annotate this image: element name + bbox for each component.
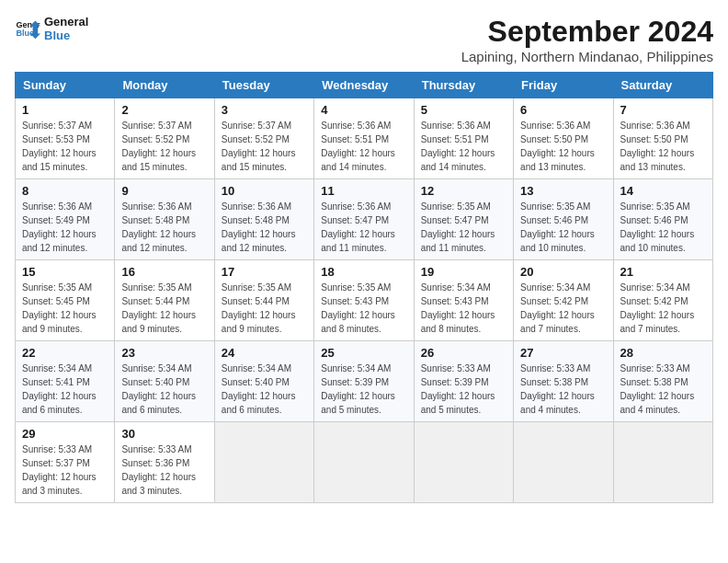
day-number: 17 xyxy=(222,265,307,279)
day-number: 28 xyxy=(620,346,706,360)
day-info: Sunrise: 5:35 AMSunset: 5:46 PMDaylight:… xyxy=(620,200,706,255)
calendar-cell: 4 Sunrise: 5:36 AMSunset: 5:51 PMDayligh… xyxy=(314,98,414,179)
day-info: Sunrise: 5:34 AMSunset: 5:40 PMDaylight:… xyxy=(222,362,307,417)
calendar-cell: 5 Sunrise: 5:36 AMSunset: 5:51 PMDayligh… xyxy=(414,98,513,179)
calendar-cell: 17 Sunrise: 5:35 AMSunset: 5:44 PMDaylig… xyxy=(214,260,313,341)
calendar-header-friday: Friday xyxy=(514,73,613,98)
day-info: Sunrise: 5:36 AMSunset: 5:47 PMDaylight:… xyxy=(321,200,406,255)
day-info: Sunrise: 5:36 AMSunset: 5:48 PMDaylight:… xyxy=(222,200,307,255)
calendar-cell: 28 Sunrise: 5:33 AMSunset: 5:38 PMDaylig… xyxy=(613,341,712,422)
day-info: Sunrise: 5:35 AMSunset: 5:44 PMDaylight:… xyxy=(222,281,307,336)
day-number: 20 xyxy=(520,265,606,279)
day-info: Sunrise: 5:37 AMSunset: 5:52 PMDaylight:… xyxy=(121,119,207,174)
day-info: Sunrise: 5:36 AMSunset: 5:50 PMDaylight:… xyxy=(520,119,606,174)
day-info: Sunrise: 5:33 AMSunset: 5:37 PMDaylight:… xyxy=(22,442,108,498)
calendar-table: SundayMondayTuesdayWednesdayThursdayFrid… xyxy=(15,72,713,503)
day-number: 21 xyxy=(620,265,706,279)
calendar-cell: 11 Sunrise: 5:36 AMSunset: 5:47 PMDaylig… xyxy=(314,179,414,260)
day-info: Sunrise: 5:34 AMSunset: 5:41 PMDaylight:… xyxy=(22,362,108,417)
calendar-cell: 30 Sunrise: 5:33 AMSunset: 5:36 PMDaylig… xyxy=(115,422,214,503)
svg-text:Blue: Blue xyxy=(16,29,34,38)
calendar-cell: 1 Sunrise: 5:37 AMSunset: 5:53 PMDayligh… xyxy=(16,98,115,179)
day-number: 5 xyxy=(421,103,506,117)
day-number: 9 xyxy=(121,184,207,198)
day-number: 22 xyxy=(22,346,108,360)
calendar-cell: 26 Sunrise: 5:33 AMSunset: 5:39 PMDaylig… xyxy=(414,341,513,422)
day-info: Sunrise: 5:33 AMSunset: 5:36 PMDaylight:… xyxy=(121,442,207,498)
calendar-cell: 10 Sunrise: 5:36 AMSunset: 5:48 PMDaylig… xyxy=(214,179,313,260)
day-number: 24 xyxy=(222,346,307,360)
calendar-cell: 19 Sunrise: 5:34 AMSunset: 5:43 PMDaylig… xyxy=(414,260,513,341)
day-number: 18 xyxy=(321,265,406,279)
calendar-cell: 22 Sunrise: 5:34 AMSunset: 5:41 PMDaylig… xyxy=(16,341,115,422)
day-number: 29 xyxy=(22,427,108,441)
calendar-cell xyxy=(613,422,712,503)
title-area: September 2024 Lapining, Northern Mindan… xyxy=(461,15,713,64)
day-info: Sunrise: 5:36 AMSunset: 5:49 PMDaylight:… xyxy=(22,200,108,255)
day-number: 19 xyxy=(421,265,506,279)
day-info: Sunrise: 5:33 AMSunset: 5:38 PMDaylight:… xyxy=(620,362,706,417)
day-info: Sunrise: 5:35 AMSunset: 5:44 PMDaylight:… xyxy=(121,281,207,336)
calendar-cell: 23 Sunrise: 5:34 AMSunset: 5:40 PMDaylig… xyxy=(115,341,214,422)
calendar-cell: 16 Sunrise: 5:35 AMSunset: 5:44 PMDaylig… xyxy=(115,260,214,341)
calendar-header-sunday: Sunday xyxy=(16,73,115,98)
day-info: Sunrise: 5:33 AMSunset: 5:38 PMDaylight:… xyxy=(520,362,606,417)
day-info: Sunrise: 5:37 AMSunset: 5:52 PMDaylight:… xyxy=(222,119,307,174)
calendar-cell: 3 Sunrise: 5:37 AMSunset: 5:52 PMDayligh… xyxy=(214,98,313,179)
day-number: 2 xyxy=(121,103,207,117)
calendar-header-row: SundayMondayTuesdayWednesdayThursdayFrid… xyxy=(16,73,713,98)
calendar-cell: 25 Sunrise: 5:34 AMSunset: 5:39 PMDaylig… xyxy=(314,341,414,422)
location-title: Lapining, Northern Mindanao, Philippines xyxy=(461,49,713,64)
calendar-header-tuesday: Tuesday xyxy=(214,73,313,98)
day-number: 23 xyxy=(121,346,207,360)
day-number: 26 xyxy=(421,346,506,360)
day-info: Sunrise: 5:36 AMSunset: 5:50 PMDaylight:… xyxy=(620,119,706,174)
day-number: 25 xyxy=(321,346,406,360)
calendar-cell xyxy=(414,422,513,503)
day-number: 4 xyxy=(321,103,406,117)
day-info: Sunrise: 5:35 AMSunset: 5:45 PMDaylight:… xyxy=(22,281,108,336)
day-info: Sunrise: 5:34 AMSunset: 5:42 PMDaylight:… xyxy=(520,281,606,336)
day-number: 8 xyxy=(22,184,108,198)
calendar-cell: 20 Sunrise: 5:34 AMSunset: 5:42 PMDaylig… xyxy=(514,260,613,341)
day-info: Sunrise: 5:34 AMSunset: 5:40 PMDaylight:… xyxy=(121,362,207,417)
day-info: Sunrise: 5:35 AMSunset: 5:47 PMDaylight:… xyxy=(421,200,506,255)
logo-line2: Blue xyxy=(44,29,88,42)
calendar-week-3: 15 Sunrise: 5:35 AMSunset: 5:45 PMDaylig… xyxy=(16,260,713,341)
day-info: Sunrise: 5:34 AMSunset: 5:43 PMDaylight:… xyxy=(421,281,506,336)
day-number: 14 xyxy=(620,184,706,198)
calendar-header-wednesday: Wednesday xyxy=(314,73,414,98)
logo: General Blue General Blue xyxy=(15,15,88,42)
day-number: 11 xyxy=(321,184,406,198)
header: General Blue General Blue September 2024… xyxy=(15,15,713,64)
calendar-cell: 18 Sunrise: 5:35 AMSunset: 5:43 PMDaylig… xyxy=(314,260,414,341)
day-info: Sunrise: 5:33 AMSunset: 5:39 PMDaylight:… xyxy=(421,362,506,417)
logo-icon: General Blue xyxy=(15,16,40,41)
calendar-cell xyxy=(514,422,613,503)
day-info: Sunrise: 5:35 AMSunset: 5:46 PMDaylight:… xyxy=(520,200,606,255)
day-info: Sunrise: 5:34 AMSunset: 5:39 PMDaylight:… xyxy=(321,362,406,417)
calendar-header-monday: Monday xyxy=(115,73,214,98)
day-info: Sunrise: 5:35 AMSunset: 5:43 PMDaylight:… xyxy=(321,281,406,336)
calendar-week-1: 1 Sunrise: 5:37 AMSunset: 5:53 PMDayligh… xyxy=(16,98,713,179)
calendar-week-2: 8 Sunrise: 5:36 AMSunset: 5:49 PMDayligh… xyxy=(16,179,713,260)
day-number: 27 xyxy=(520,346,606,360)
calendar-body: 1 Sunrise: 5:37 AMSunset: 5:53 PMDayligh… xyxy=(16,98,713,503)
calendar-header-saturday: Saturday xyxy=(613,73,712,98)
day-info: Sunrise: 5:34 AMSunset: 5:42 PMDaylight:… xyxy=(620,281,706,336)
calendar-cell: 2 Sunrise: 5:37 AMSunset: 5:52 PMDayligh… xyxy=(115,98,214,179)
calendar-cell: 29 Sunrise: 5:33 AMSunset: 5:37 PMDaylig… xyxy=(16,422,115,503)
day-number: 30 xyxy=(121,427,207,441)
day-number: 3 xyxy=(222,103,307,117)
day-number: 15 xyxy=(22,265,108,279)
logo-line1: General xyxy=(44,15,88,29)
calendar-header-thursday: Thursday xyxy=(414,73,513,98)
calendar-cell xyxy=(314,422,414,503)
calendar-cell: 7 Sunrise: 5:36 AMSunset: 5:50 PMDayligh… xyxy=(613,98,712,179)
calendar-cell: 6 Sunrise: 5:36 AMSunset: 5:50 PMDayligh… xyxy=(514,98,613,179)
calendar-cell xyxy=(214,422,313,503)
calendar-cell: 15 Sunrise: 5:35 AMSunset: 5:45 PMDaylig… xyxy=(16,260,115,341)
calendar-cell: 24 Sunrise: 5:34 AMSunset: 5:40 PMDaylig… xyxy=(214,341,313,422)
day-number: 7 xyxy=(620,103,706,117)
calendar-cell: 8 Sunrise: 5:36 AMSunset: 5:49 PMDayligh… xyxy=(16,179,115,260)
